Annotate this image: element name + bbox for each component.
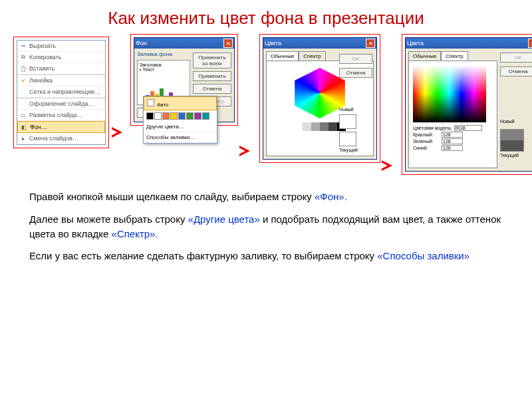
- menu-item-ruler[interactable]: ✔Линейка: [17, 75, 105, 86]
- spectrum-picker[interactable]: [413, 65, 486, 122]
- context-menu: ✂Вырезать ⧉Копировать 📋Вставить ✔Линейка…: [17, 40, 106, 145]
- check-icon: ✔: [17, 76, 29, 85]
- dropdown-swatches[interactable]: [144, 110, 217, 122]
- tab-standard[interactable]: Обычные: [266, 51, 299, 61]
- apply-all-button[interactable]: Применить ко всем: [193, 53, 231, 68]
- arrow-icon: [239, 146, 250, 156]
- panels-row: ✂Вырезать ⧉Копировать 📋Вставить ✔Линейка…: [0, 34, 532, 175]
- close-icon[interactable]: ✕: [366, 39, 375, 48]
- colors-spectrum-dialog: Цвета✕ Обычные Спектр Цветовая модель: К…: [405, 37, 532, 172]
- titlebar: Фон✕: [134, 38, 234, 49]
- fill-icon: ◧: [18, 122, 30, 132]
- panel-fill-dialog: Фон✕ Заливка фона Заголовок • Текст ▾ Пр…: [130, 34, 238, 126]
- color-dropdown: Авто Другие цвета… Способы заливки…: [143, 96, 217, 144]
- menu-item-paste[interactable]: 📋Вставить: [17, 63, 105, 74]
- dropdown-fill-effects[interactable]: Способы заливки…: [144, 132, 217, 143]
- ok-button[interactable]: ОК: [500, 53, 532, 63]
- cancel-button[interactable]: Отмена: [339, 68, 372, 78]
- red-input[interactable]: [442, 132, 463, 138]
- menu-item-cut[interactable]: ✂Вырезать: [17, 41, 105, 52]
- panel-context-menu: ✂Вырезать ⧉Копировать 📋Вставить ✔Линейка…: [13, 37, 109, 148]
- dropdown-auto[interactable]: Авто: [144, 96, 217, 110]
- cancel-button[interactable]: Отмена: [193, 84, 231, 94]
- swatch-compare: [500, 129, 524, 152]
- dropdown-other-colors[interactable]: Другие цвета…: [144, 122, 217, 132]
- ok-button[interactable]: ОК: [339, 54, 372, 64]
- cut-icon: ✂: [17, 41, 29, 51]
- green-input[interactable]: [442, 138, 463, 144]
- page-title: Как изменить цвет фона в презентации: [0, 0, 532, 34]
- tab-standard[interactable]: Обычные: [408, 51, 441, 61]
- close-icon[interactable]: ✕: [528, 39, 532, 48]
- arrow-icon: [112, 127, 122, 138]
- paste-icon: 📋: [17, 64, 29, 73]
- new-label: Новый: [500, 119, 532, 124]
- menu-item-grid[interactable]: Сетка и направляющие…: [17, 86, 105, 98]
- panel-colors-spectrum: Цвета✕ Обычные Спектр Цветовая модель: К…: [402, 34, 532, 175]
- arrow-icon: [382, 160, 392, 171]
- menu-item-design[interactable]: Оформление слайда…: [17, 98, 105, 110]
- current-label: Текущий: [339, 148, 372, 152]
- close-icon[interactable]: ✕: [223, 39, 233, 48]
- cancel-button[interactable]: Отмена: [500, 66, 532, 76]
- panel-colors-standard: Цвета✕ Обычные Спектр ОК Отмена: [259, 34, 380, 163]
- new-swatch: [339, 114, 356, 129]
- group-label: Заливка фона: [137, 51, 190, 57]
- tab-spectrum[interactable]: Спектр: [299, 51, 325, 61]
- new-label: Новый: [339, 107, 372, 112]
- model-select[interactable]: [454, 125, 482, 131]
- menu-item-background[interactable]: ◧Фон…: [17, 121, 105, 133]
- transition-icon: ▸: [17, 134, 29, 143]
- current-label: Текущий: [500, 153, 532, 158]
- copy-icon: ⧉: [17, 53, 29, 62]
- apply-button[interactable]: Применить: [193, 71, 231, 81]
- menu-item-copy[interactable]: ⧉Копировать: [17, 52, 105, 63]
- menu-item-layout[interactable]: ▭Разметка слайда…: [17, 110, 105, 121]
- description: Правой кнопкой мыши щелкаем по слайду, в…: [0, 175, 532, 263]
- colors-standard-dialog: Цвета✕ Обычные Спектр ОК Отмена: [263, 37, 377, 160]
- blue-input[interactable]: [442, 145, 463, 151]
- layout-icon: ▭: [17, 110, 29, 120]
- menu-item-transition[interactable]: ▸Смена слайдов…: [17, 133, 105, 144]
- current-swatch: [339, 132, 356, 146]
- model-label: Цветовая модель:: [413, 126, 452, 130]
- tab-spectrum[interactable]: Спектр: [441, 51, 467, 61]
